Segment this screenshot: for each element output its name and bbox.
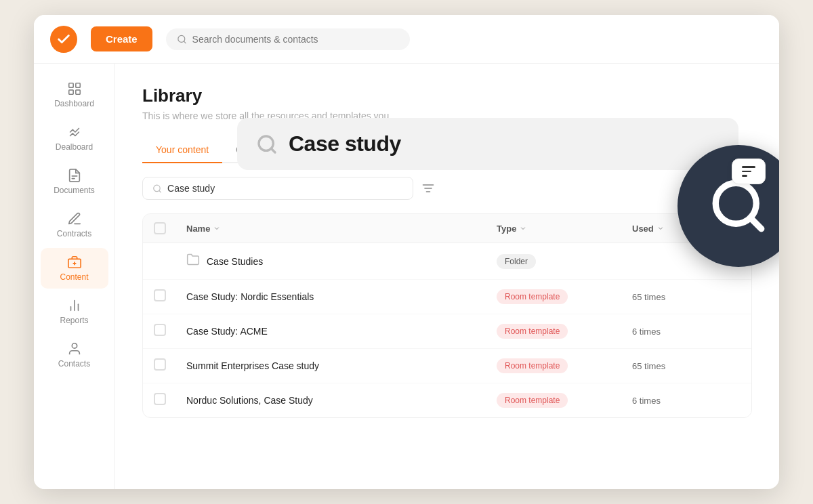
row-type: Room template — [497, 324, 632, 339]
dealboard-icon — [67, 125, 82, 140]
row-name-text: Norduc Solutions, Case Study — [186, 395, 313, 406]
row-used: 6 times — [632, 396, 741, 406]
sort-filter-button[interactable] — [732, 159, 766, 184]
row-checkbox[interactable] — [154, 358, 166, 371]
table-row: Summit Enterprises Case study Room templ… — [143, 349, 751, 383]
search-overlay-text: Case study — [289, 131, 401, 156]
row-name: Norduc Solutions, Case Study — [186, 395, 497, 406]
svg-rect-1 — [68, 83, 72, 87]
tab-your-content[interactable]: Your content — [142, 138, 222, 163]
filter-button[interactable] — [421, 182, 435, 195]
row-name-text: Summit Enterprises Case study — [186, 360, 319, 371]
contacts-label: Contacts — [58, 359, 90, 369]
row-type: Room template — [497, 289, 632, 304]
type-badge: Folder — [497, 254, 536, 269]
svg-rect-2 — [75, 83, 79, 87]
sidebar-item-content[interactable]: Content — [41, 248, 108, 289]
documents-label: Documents — [54, 186, 95, 195]
row-checkbox[interactable] — [154, 324, 166, 336]
contracts-icon — [67, 211, 82, 226]
svg-rect-3 — [68, 90, 72, 94]
row-name-text: Case Studies — [207, 256, 263, 267]
filter-search-input[interactable] — [167, 183, 403, 194]
row-checkbox-cell — [154, 358, 186, 373]
sidebar-item-reports[interactable]: Reports — [41, 291, 108, 332]
row-used: 65 times — [632, 292, 741, 302]
type-badge: Room template — [497, 324, 568, 339]
row-type: Folder — [497, 254, 632, 269]
sort-filter-button-container — [732, 159, 766, 184]
filter-line-1 — [742, 166, 755, 168]
row-checkbox[interactable] — [154, 393, 166, 405]
overlay-search-icon — [256, 133, 278, 155]
table-container: Name Type Used — [142, 213, 752, 418]
contacts-icon — [67, 341, 82, 356]
row-name-text: Case Study: ACME — [186, 326, 268, 337]
svg-point-13 — [72, 343, 77, 348]
filter-line-3 — [742, 175, 747, 177]
dashboard-icon — [67, 81, 82, 96]
documents-icon — [67, 168, 82, 183]
header-type[interactable]: Type — [497, 224, 632, 234]
sidebar-item-dealboard[interactable]: Dealboard — [41, 118, 108, 159]
table-row: Case Study: ACME Room template 6 times — [143, 314, 751, 349]
global-search — [166, 28, 410, 50]
type-badge: Room template — [497, 358, 568, 373]
content-icon — [67, 255, 82, 270]
dark-circle-search-icon — [708, 175, 769, 236]
row-type: Room template — [497, 358, 632, 373]
table-header: Name Type Used — [143, 214, 751, 243]
sidebar-item-dashboard[interactable]: Dashboard — [41, 75, 108, 115]
row-checkbox[interactable] — [154, 289, 166, 301]
search-overlay: Case study — [237, 118, 738, 170]
row-checkbox-cell — [154, 393, 186, 408]
row-checkbox-cell — [154, 289, 186, 304]
dealboard-label: Dealboard — [56, 142, 93, 152]
row-name: Case Study: ACME — [186, 326, 497, 337]
header-name[interactable]: Name — [186, 224, 497, 234]
app-window: Create Dashboard — [34, 15, 779, 489]
row-name: Case Study: Nordic Essentials — [186, 291, 497, 302]
used-sort-icon — [656, 224, 665, 232]
filter-search-icon — [152, 184, 162, 194]
sidebar-item-contacts[interactable]: Contacts — [41, 335, 108, 375]
type-badge: Room template — [497, 289, 568, 304]
filter-lines-icon — [421, 182, 435, 195]
row-name: Case Studies — [186, 253, 497, 270]
search-icon — [177, 34, 187, 45]
reports-label: Reports — [60, 316, 88, 325]
filter-search-container — [142, 177, 413, 200]
sidebar-item-contracts[interactable]: Contracts — [41, 205, 108, 245]
row-used: 65 times — [632, 361, 741, 371]
topbar: Create — [34, 15, 779, 64]
table-row: Case Studies Folder — [143, 243, 751, 280]
folder-icon — [186, 253, 200, 270]
contracts-label: Contracts — [57, 229, 91, 238]
dashboard-label: Dashboard — [54, 99, 94, 108]
type-badge: Room template — [497, 393, 568, 408]
select-all-checkbox[interactable] — [154, 222, 166, 234]
header-checkbox — [154, 222, 186, 234]
row-type: Room template — [497, 393, 632, 408]
reports-icon — [67, 298, 82, 313]
row-used: 6 times — [632, 327, 741, 337]
table-row: Norduc Solutions, Case Study Room templa… — [143, 383, 751, 417]
sidebar-item-documents[interactable]: Documents — [41, 161, 108, 202]
global-search-input[interactable] — [192, 34, 399, 45]
name-sort-icon — [213, 224, 221, 232]
sidebar: Dashboard Dealboard Documents — [34, 64, 115, 489]
page-title: Library — [142, 85, 752, 106]
main-content: Library This is where we store all the r… — [115, 64, 779, 489]
create-button[interactable]: Create — [91, 26, 152, 51]
svg-rect-4 — [75, 90, 79, 94]
row-name: Summit Enterprises Case study — [186, 360, 497, 371]
type-sort-icon — [519, 224, 527, 232]
row-checkbox-cell — [154, 324, 186, 339]
table-row: Case Study: Nordic Essentials Room templ… — [143, 280, 751, 314]
body-layout: Dashboard Dealboard Documents — [34, 64, 779, 489]
filter-row — [142, 177, 752, 200]
content-label: Content — [60, 272, 88, 282]
logo — [50, 26, 77, 53]
row-name-text: Case Study: Nordic Essentials — [186, 291, 314, 302]
filter-line-2 — [742, 171, 751, 173]
